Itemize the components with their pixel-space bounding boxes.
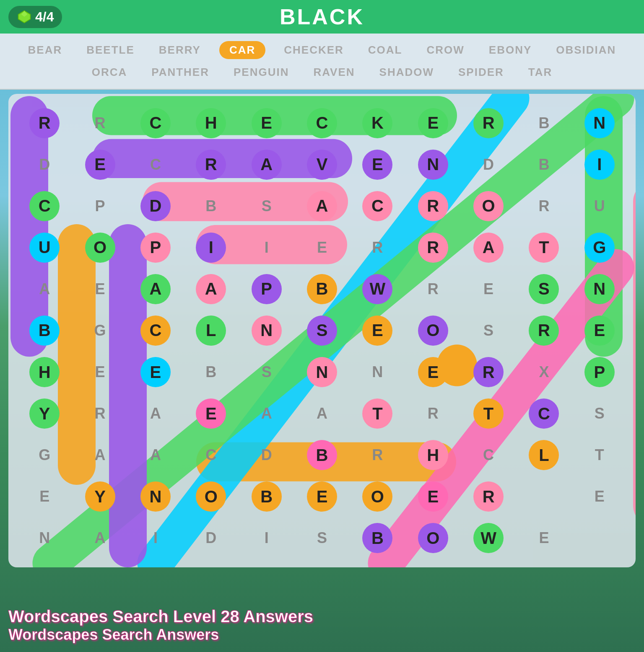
cell-9-4[interactable]: I — [128, 517, 183, 559]
cell-4-9[interactable]: C — [128, 310, 183, 351]
cell-6-1[interactable]: E — [405, 352, 461, 393]
cell-9-3[interactable]: A — [72, 517, 127, 559]
letter-grid[interactable]: R R C H E C K E R B N D E C R A V E N D … — [17, 102, 627, 559]
cell-6-0[interactable]: N — [350, 352, 405, 393]
cell-3-1[interactable]: I — [239, 227, 294, 268]
cell-4-7[interactable]: B — [17, 310, 72, 351]
cell-8-10[interactable]: E — [405, 476, 461, 517]
word-tar[interactable]: TAR — [522, 63, 558, 81]
cell-2-3[interactable]: A — [294, 185, 350, 227]
cell-9-7[interactable]: S — [294, 517, 350, 559]
cell-5-2[interactable]: O — [405, 310, 461, 351]
cell-5-11[interactable]: N — [294, 352, 350, 393]
cell-9-10[interactable]: W — [461, 517, 516, 559]
cell-4-2[interactable]: W — [350, 268, 405, 310]
cell-9-2[interactable]: N — [17, 517, 72, 559]
cell-8-5[interactable]: N — [128, 476, 183, 517]
cell-7-1[interactable]: T — [461, 393, 516, 435]
cell-0-3[interactable]: H — [183, 102, 239, 144]
cell-1-3[interactable]: A — [239, 144, 294, 185]
cell-1-2[interactable]: R — [183, 144, 239, 185]
cell-1-7[interactable]: D — [461, 144, 516, 185]
word-ebony[interactable]: EBONY — [483, 41, 538, 59]
cell-1-0[interactable]: E — [72, 144, 127, 185]
cell-9-0[interactable] — [516, 476, 571, 517]
word-orca[interactable]: ORCA — [86, 63, 133, 81]
cell-7-6[interactable]: A — [128, 435, 183, 476]
word-beetle[interactable]: BEETLE — [80, 41, 140, 59]
cell-1-8[interactable]: B — [516, 144, 571, 185]
word-raven[interactable]: RAVEN — [307, 63, 361, 81]
cell-7-10[interactable]: R — [350, 435, 405, 476]
cell-7-9[interactable]: B — [294, 435, 350, 476]
cell-2-7[interactable]: R — [516, 185, 571, 227]
cell-3-11[interactable]: A — [183, 268, 239, 310]
cell-8-0[interactable]: C — [461, 435, 516, 476]
cell-0-8[interactable]: R — [461, 102, 516, 144]
cell-2-6[interactable]: O — [461, 185, 516, 227]
cell-6-8[interactable]: E — [183, 393, 239, 435]
cell-4-1[interactable]: B — [294, 268, 350, 310]
word-shadow[interactable]: SHADOW — [374, 63, 440, 81]
cell-9-5[interactable]: D — [183, 517, 239, 559]
cell-6-3[interactable]: X — [516, 352, 571, 393]
word-obsidian[interactable]: OBSIDIAN — [550, 41, 622, 59]
cell-2-9[interactable]: U — [17, 227, 72, 268]
cell-0-7[interactable]: E — [405, 102, 461, 144]
cell-2-4[interactable]: C — [350, 185, 405, 227]
cell-3-10[interactable]: A — [128, 268, 183, 310]
cell-4-8[interactable]: G — [72, 310, 127, 351]
cell-7-2[interactable]: C — [516, 393, 571, 435]
cell-7-3[interactable]: S — [572, 393, 627, 435]
cell-9-11[interactable]: E — [516, 517, 571, 559]
cell-6-11[interactable]: T — [350, 393, 405, 435]
cell-6-10[interactable]: A — [294, 393, 350, 435]
cell-1-1[interactable]: C — [128, 144, 183, 185]
cell-1-11[interactable]: P — [72, 185, 127, 227]
cell-0-5[interactable]: C — [294, 102, 350, 144]
cell-0-11[interactable]: D — [17, 144, 72, 185]
cell-9-6[interactable]: I — [239, 517, 294, 559]
cell-2-5[interactable]: R — [405, 185, 461, 227]
cell-6-9[interactable]: A — [239, 393, 294, 435]
cell-6-6[interactable]: R — [72, 393, 127, 435]
cell-4-3[interactable]: R — [405, 268, 461, 310]
cell-2-0[interactable]: D — [128, 185, 183, 227]
cell-5-3[interactable]: S — [461, 310, 516, 351]
cell-2-10[interactable]: O — [72, 227, 127, 268]
cell-8-6[interactable]: O — [183, 476, 239, 517]
word-bear[interactable]: BEAR — [22, 41, 68, 59]
cell-3-9[interactable]: E — [72, 268, 127, 310]
cell-9-9[interactable]: O — [405, 517, 461, 559]
cell-3-7[interactable]: G — [572, 227, 627, 268]
cell-5-10[interactable]: S — [239, 352, 294, 393]
cell-3-8[interactable]: A — [17, 268, 72, 310]
cell-3-2[interactable]: E — [294, 227, 350, 268]
cell-5-5[interactable]: E — [572, 310, 627, 351]
cell-3-5[interactable]: A — [461, 227, 516, 268]
cell-5-9[interactable]: B — [183, 352, 239, 393]
cell-8-2[interactable]: T — [572, 435, 627, 476]
cell-7-7[interactable]: C — [183, 435, 239, 476]
cell-3-0[interactable]: I — [183, 227, 239, 268]
word-crow[interactable]: CROW — [421, 41, 470, 59]
word-berry[interactable]: BERRY — [153, 41, 207, 59]
cell-6-4[interactable]: P — [572, 352, 627, 393]
cell-6-5[interactable]: Y — [17, 393, 72, 435]
cell-4-5[interactable]: S — [516, 268, 571, 310]
cell-7-8[interactable]: D — [239, 435, 294, 476]
cell-0-9[interactable]: B — [516, 102, 571, 144]
cell-4-10[interactable]: L — [183, 310, 239, 351]
cell-8-11[interactable]: R — [461, 476, 516, 517]
cell-7-5[interactable]: A — [72, 435, 127, 476]
cell-8-1[interactable]: L — [516, 435, 571, 476]
cell-2-1[interactable]: B — [183, 185, 239, 227]
cell-0-1[interactable]: R — [72, 102, 127, 144]
cell-1-10[interactable]: C — [17, 185, 72, 227]
cell-1-4[interactable]: V — [294, 144, 350, 185]
cell-1-5[interactable]: E — [350, 144, 405, 185]
word-spider[interactable]: SPIDER — [452, 63, 510, 81]
cell-5-0[interactable]: S — [294, 310, 350, 351]
word-panther[interactable]: PANTHER — [145, 63, 215, 81]
cell-6-2[interactable]: R — [461, 352, 516, 393]
